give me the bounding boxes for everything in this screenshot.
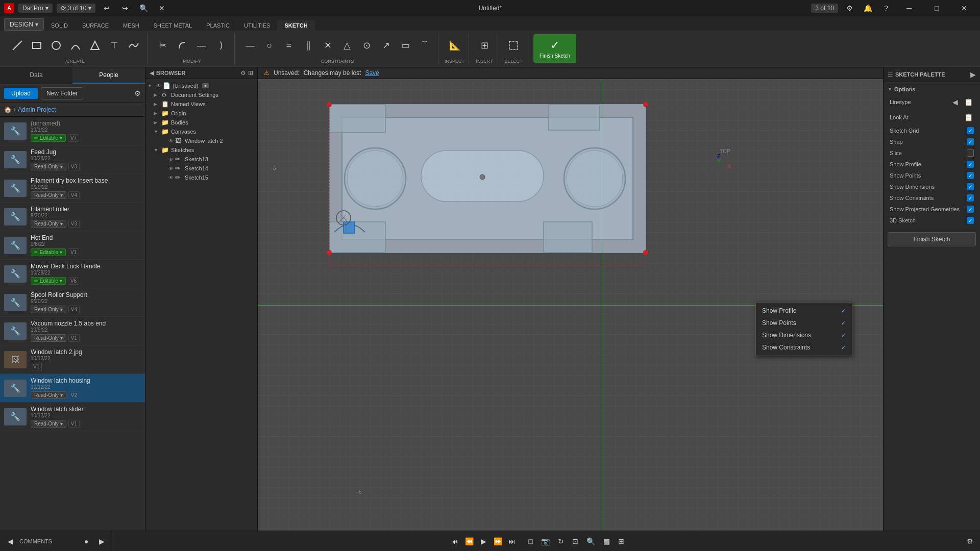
badge-dropdown-icon[interactable]: ▾ <box>60 164 63 169</box>
badge-dropdown-icon[interactable]: ▾ <box>60 221 63 227</box>
version-badge[interactable]: ⟳ 3 of 10 ▾ <box>57 4 96 13</box>
palette-checkbox[interactable]: ✓ <box>967 138 974 145</box>
tree-item[interactable]: ▶ 📁 Origin <box>145 109 257 118</box>
history-forward-button[interactable]: ↪ <box>118 1 132 15</box>
save-link[interactable]: Save <box>365 69 379 77</box>
tree-item[interactable]: ▶ 📁 Bodies <box>145 118 257 127</box>
tool-smooth[interactable]: ⌒ <box>415 36 434 55</box>
playback-play-button[interactable]: ▶ <box>477 535 489 547</box>
palette-collapse-button[interactable]: ▶ <box>970 70 976 79</box>
tool-select[interactable] <box>504 36 523 55</box>
view-box-button[interactable]: □ <box>525 536 535 546</box>
file-item[interactable]: 🖼 Window latch 2.jpg 10/12/22 V1 <box>0 345 145 374</box>
tool-arc[interactable] <box>66 36 85 55</box>
ctx-show-dimensions[interactable]: Show Dimensions ✓ <box>756 329 852 341</box>
palette-checkbox[interactable]: ✓ <box>967 206 974 213</box>
close-button[interactable]: ✕ <box>952 0 976 16</box>
browser-settings-icon[interactable]: ⚙ <box>240 69 246 77</box>
view-grid-button[interactable]: ⊞ <box>615 536 627 546</box>
tab-data[interactable]: Data <box>0 67 72 84</box>
tree-item[interactable]: 👁 ✏ Sketch14 <box>145 164 257 173</box>
badge-dropdown-icon[interactable]: ▾ <box>60 307 63 312</box>
admin-project-link[interactable]: Admin Project <box>18 106 56 113</box>
file-item[interactable]: 🔧 Hot End 9/6/22 ✏ Editable ▾ V1 <box>0 231 145 260</box>
tab-plastic[interactable]: PLASTIC <box>199 20 237 31</box>
palette-checkbox[interactable]: ✓ <box>967 217 974 224</box>
file-item[interactable]: 🔧 Mower Deck Lock Handle 10/29/22 ✏ Edit… <box>0 260 145 288</box>
upload-button[interactable]: Upload <box>4 88 38 99</box>
options-header[interactable]: ▼ Options <box>884 84 980 94</box>
file-item[interactable]: 🔧 Window latch slider 10/12/22 Read-Only… <box>0 403 145 431</box>
new-folder-button[interactable]: New Folder <box>41 87 83 99</box>
linetype-back-icon[interactable]: ◀ <box>949 96 961 108</box>
tool-concentric[interactable]: ⊙ <box>357 36 376 55</box>
lookat-icon[interactable]: 📋 <box>963 112 974 123</box>
linetype-calendar-icon[interactable]: 📋 <box>963 96 974 108</box>
tool-coincident[interactable]: ○ <box>260 36 279 55</box>
tree-visibility-icon[interactable]: 👁 <box>168 166 174 171</box>
ctx-show-profile[interactable]: Show Profile ✓ <box>756 305 852 317</box>
tool-line[interactable] <box>8 36 27 55</box>
file-item[interactable]: 🔧 Window latch housing 10/12/22 Read-Onl… <box>0 374 145 403</box>
comments-expand-button[interactable]: ▶ <box>95 535 108 547</box>
file-item[interactable]: 🔧 Filament dry box Insert base 9/29/22 R… <box>0 174 145 203</box>
badge-dropdown-icon[interactable]: ▾ <box>60 192 63 198</box>
tool-perpendicular[interactable]: ✕ <box>318 36 337 55</box>
tool-rectangle[interactable] <box>28 36 46 55</box>
ctx-show-constraints[interactable]: Show Constraints ✓ <box>756 341 852 354</box>
view-display-button[interactable]: ▦ <box>600 536 613 546</box>
tool-fillet[interactable] <box>173 36 191 55</box>
tool-spline[interactable] <box>125 36 143 55</box>
tool-offset[interactable]: — <box>192 36 211 55</box>
playback-prev-button[interactable]: ⏪ <box>463 535 475 547</box>
tool-collinear[interactable]: ↗ <box>377 36 395 55</box>
tool-mirror[interactable]: ⟩ <box>212 36 230 55</box>
tab-mesh[interactable]: MESH <box>116 20 146 31</box>
palette-checkbox[interactable]: ✓ <box>967 194 974 202</box>
comments-toggle-button[interactable]: ● <box>80 535 92 547</box>
file-item[interactable]: 🔧 Filament roller 9/20/22 Read-Only ▾ V3 <box>0 203 145 231</box>
tab-people[interactable]: People <box>72 67 145 84</box>
tree-item[interactable]: 👁 ✏ Sketch13 <box>145 155 257 164</box>
version-right-badge[interactable]: 3 of 10 <box>811 4 838 13</box>
tool-horizontal[interactable]: — <box>241 36 259 55</box>
tool-triangle[interactable] <box>86 36 104 55</box>
file-item[interactable]: 🔧 Spool Roller Support 9/20/22 Read-Only… <box>0 288 145 317</box>
tab-sketch[interactable]: SKETCH <box>277 20 314 31</box>
tool-parallel[interactable]: ∥ <box>299 36 317 55</box>
tool-tangent[interactable]: △ <box>338 36 356 55</box>
file-item[interactable]: 🔧 Feed Jug 10/28/22 Read-Only ▾ V3 <box>0 145 145 174</box>
ctx-show-points[interactable]: Show Points ✓ <box>756 317 852 329</box>
palette-checkbox[interactable]: ✓ <box>967 172 974 179</box>
badge-dropdown-icon[interactable]: ▾ <box>60 421 63 427</box>
tree-item[interactable]: ▶ 📋 Named Views <box>145 99 257 109</box>
view-camera-button[interactable]: 📷 <box>538 536 553 546</box>
browser-expand-icon[interactable]: ⊞ <box>248 69 253 77</box>
badge-dropdown-icon[interactable]: ▾ <box>60 335 63 341</box>
tree-item[interactable]: 👁 ✏ Sketch15 <box>145 173 257 182</box>
finish-sketch-panel-button[interactable]: Finish Sketch <box>888 232 976 246</box>
view-orbit-button[interactable]: ↻ <box>555 536 567 546</box>
badge-dropdown-icon[interactable]: ▾ <box>60 135 62 141</box>
home-icon[interactable]: 🏠 <box>4 106 12 113</box>
palette-checkbox[interactable] <box>967 149 974 157</box>
bottom-settings-button[interactable]: ⚙ <box>964 535 976 547</box>
settings-gear-icon[interactable]: ⚙ <box>134 89 141 97</box>
file-item[interactable]: 🔧 (unnamed) 10/1/22 ✏ Editable ▾ V7 <box>0 117 145 145</box>
tree-item[interactable]: 👁 🖼 Window latch 2 <box>145 136 257 145</box>
tool-polygon[interactable]: ⊤ <box>105 36 124 55</box>
tool-circle[interactable] <box>47 36 65 55</box>
user-menu-button[interactable]: DanPro ▾ <box>18 4 53 13</box>
view-fit-button[interactable]: ⊡ <box>569 536 581 546</box>
comments-collapse-button[interactable]: ◀ <box>4 535 16 547</box>
badge-dropdown-icon[interactable]: ▾ <box>60 392 63 398</box>
tab-solid[interactable]: SOLID <box>44 20 75 31</box>
maximize-button[interactable]: □ <box>925 0 948 16</box>
tab-utilities[interactable]: UTILITIES <box>237 20 277 31</box>
palette-checkbox[interactable]: ✓ <box>967 161 974 168</box>
palette-checkbox[interactable]: ✓ <box>967 183 974 190</box>
tree-item[interactable]: ▼ 👁 📄 (Unsaved) ● <box>145 81 257 90</box>
minimize-button[interactable]: ─ <box>897 0 921 16</box>
view-zoom-button[interactable]: 🔍 <box>583 536 598 546</box>
tab-sheet-metal[interactable]: SHEET METAL <box>146 20 199 31</box>
